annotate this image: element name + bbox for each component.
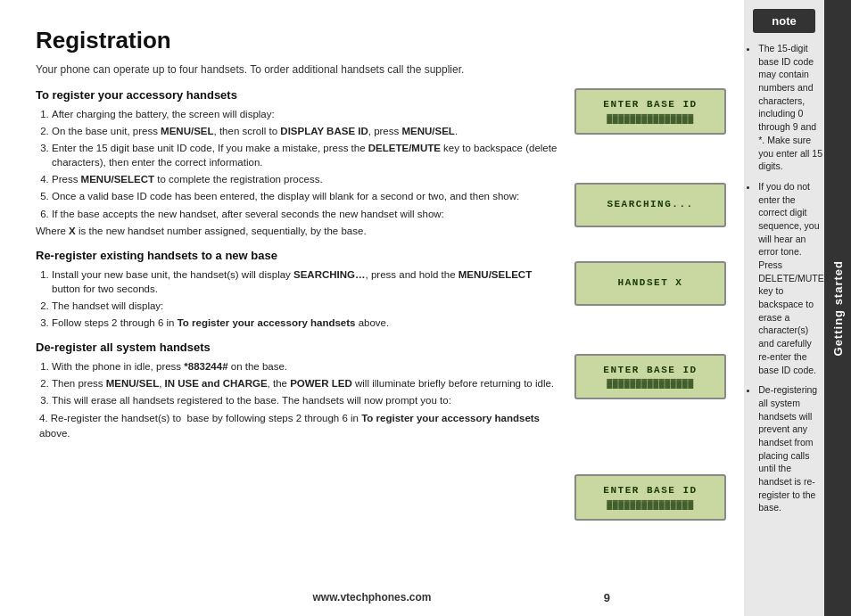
- step1-1: After charging the battery, the screen w…: [52, 107, 560, 121]
- lcd2-line1: ENTER BASE ID: [603, 363, 697, 378]
- section2-steps: Install your new base unit, the handset(…: [36, 267, 560, 330]
- section2-block: Re-register existing handsets to a new b…: [36, 249, 560, 330]
- sidebar-label-text: Getting started: [831, 260, 845, 356]
- step1-6: If the base accepts the new handset, aft…: [52, 207, 560, 221]
- section2-heading: Re-register existing handsets to a new b…: [36, 249, 560, 262]
- step3-4: 4. Re-register the handset(s) to base by…: [36, 411, 560, 439]
- lcd-display-2: ENTER BASE ID ▓▓▓▓▓▓▓▓▓▓▓▓▓▓▓: [574, 354, 726, 400]
- left-column: To register your accessory handsets Afte…: [36, 88, 560, 521]
- lcd3-line1: ENTER BASE ID: [603, 483, 697, 498]
- section3-heading: De-register all system handsets: [36, 341, 560, 354]
- step2-3: Follow steps 2 through 6 in To register …: [52, 316, 560, 330]
- page-footer: www.vtechphones.com 9: [0, 591, 744, 604]
- note-bullet-3: De-registering all system handsets will …: [758, 383, 824, 514]
- page-number: 9: [604, 591, 610, 604]
- section1-block: To register your accessory handsets Afte…: [36, 88, 560, 238]
- where-x-text: Where X is the new handset number assign…: [36, 224, 560, 238]
- page-container: Registration Your phone can operate up t…: [0, 0, 851, 616]
- section3-block: De-register all system handsets With the…: [36, 341, 560, 439]
- lcd-handset-line1: HANDSET X: [618, 275, 683, 291]
- lcd-display-handset: HANDSET X: [574, 261, 726, 306]
- lcd1-line1: ENTER BASE ID: [603, 97, 697, 112]
- step2-2: The handset will display:: [52, 299, 560, 313]
- lcd-display-3: ENTER BASE ID ▓▓▓▓▓▓▓▓▓▓▓▓▓▓▓: [574, 474, 726, 521]
- footer-url: www.vtechphones.com: [313, 591, 432, 604]
- lcd3-line2: ▓▓▓▓▓▓▓▓▓▓▓▓▓▓▓: [607, 498, 694, 512]
- content-columns: To register your accessory handsets Afte…: [36, 88, 726, 521]
- page-title: Registration: [36, 27, 726, 54]
- note-bullet-2: If you do not enter the correct digit se…: [758, 180, 824, 376]
- step1-3: Enter the 15 digit base unit ID code, If…: [52, 141, 560, 169]
- step3-3: This will erase all handsets registered …: [52, 393, 560, 407]
- note-box: note: [753, 9, 815, 33]
- lcd-searching-line1: SEARCHING...: [607, 197, 693, 212]
- note-bullet-1: The 15-digit base ID code may contain nu…: [758, 42, 824, 173]
- right-column-displays: ENTER BASE ID ▓▓▓▓▓▓▓▓▓▓▓▓▓▓▓ SEARCHING.…: [574, 88, 726, 521]
- intro-text: Your phone can operate up to four handse…: [36, 63, 726, 76]
- step1-2: On the base unit, press MENU/SEL, then s…: [52, 124, 560, 138]
- lcd-display-searching: SEARCHING...: [574, 183, 726, 227]
- section1-steps: After charging the battery, the screen w…: [36, 107, 560, 221]
- step1-4: Press MENU/SELECT to complete the regist…: [52, 172, 560, 186]
- step1-5: Once a valid base ID code has been enter…: [52, 189, 560, 203]
- step2-1: Install your new base unit, the handset(…: [52, 267, 560, 296]
- sidebar-label: Getting started: [824, 0, 851, 616]
- section3-steps: With the phone in idle, press *883244# o…: [36, 359, 560, 407]
- step3-2: Then press MENU/SEL, IN USE and CHARGE, …: [52, 376, 560, 390]
- lcd1-line2: ▓▓▓▓▓▓▓▓▓▓▓▓▓▓▓: [607, 112, 694, 126]
- lcd2-line2: ▓▓▓▓▓▓▓▓▓▓▓▓▓▓▓: [607, 377, 694, 390]
- note-bullets-list: The 15-digit base ID code may contain nu…: [746, 42, 824, 522]
- lcd-display-1: ENTER BASE ID ▓▓▓▓▓▓▓▓▓▓▓▓▓▓▓: [574, 88, 726, 135]
- section1-heading: To register your accessory handsets: [36, 88, 560, 102]
- right-sidebar: note The 15-digit base ID code may conta…: [744, 0, 851, 616]
- step3-1: With the phone in idle, press *883244# o…: [52, 359, 560, 374]
- main-content: Registration Your phone can operate up t…: [0, 0, 744, 616]
